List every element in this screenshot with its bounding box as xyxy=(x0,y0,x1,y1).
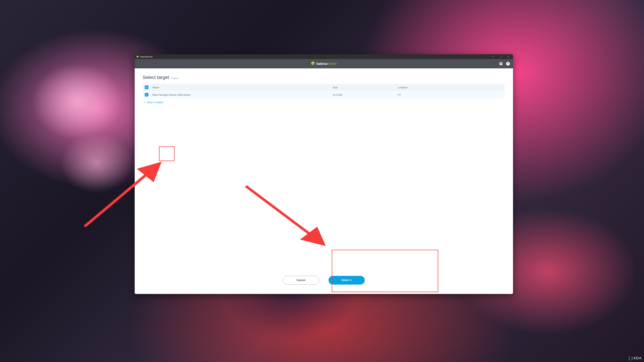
cube-icon xyxy=(311,61,315,66)
chevron-down-icon xyxy=(144,101,146,104)
window-title: balenaEtcher xyxy=(140,55,489,58)
watermark: [ ]XDA xyxy=(629,356,642,360)
svg-rect-3 xyxy=(500,56,502,57)
gear-icon[interactable] xyxy=(499,62,503,66)
help-icon[interactable]: ? xyxy=(506,62,510,66)
cell-location: F:\ xyxy=(396,91,504,98)
col-name: Name xyxy=(150,84,331,91)
col-location: Location xyxy=(396,84,504,91)
col-size: Size xyxy=(331,84,396,91)
select-all-checkbox[interactable] xyxy=(145,85,148,89)
button-row: Cancel Select 1 xyxy=(143,276,505,288)
show-hidden-toggle[interactable]: Show 4 hidden xyxy=(143,101,505,104)
cell-size: 31.9 GB xyxy=(331,91,396,98)
cell-name: Mass Storage Device USB Device xyxy=(150,91,331,98)
brand: balenaEtcher xyxy=(311,61,337,66)
minimize-button[interactable] xyxy=(489,54,497,59)
show-hidden-label: Show 4 hidden xyxy=(147,101,163,104)
close-button[interactable] xyxy=(505,54,512,59)
app-window: balenaEtcher balenaEtcher xyxy=(135,54,513,294)
cancel-button[interactable]: Cancel xyxy=(283,276,319,285)
table-header-row: Name Size Location xyxy=(143,84,505,91)
table-row[interactable]: Mass Storage Device USB Device 31.9 GB F… xyxy=(143,91,505,98)
brand-text: balenaEtcher xyxy=(316,62,337,66)
svg-text:?: ? xyxy=(507,62,509,65)
found-count: 5 found xyxy=(171,77,178,79)
content-panel: Select target 5 found Name Size xyxy=(137,68,511,292)
select-button[interactable]: Select 1 xyxy=(328,276,365,285)
targets-table: Name Size Location Mass Sto xyxy=(143,84,505,98)
window-controls xyxy=(489,54,512,59)
row-checkbox[interactable] xyxy=(145,93,148,96)
app-icon xyxy=(136,55,139,58)
maximize-button xyxy=(497,54,505,59)
titlebar[interactable]: balenaEtcher xyxy=(135,54,513,59)
app-header: balenaEtcher ? xyxy=(135,59,513,68)
page-title: Select target xyxy=(143,75,169,80)
